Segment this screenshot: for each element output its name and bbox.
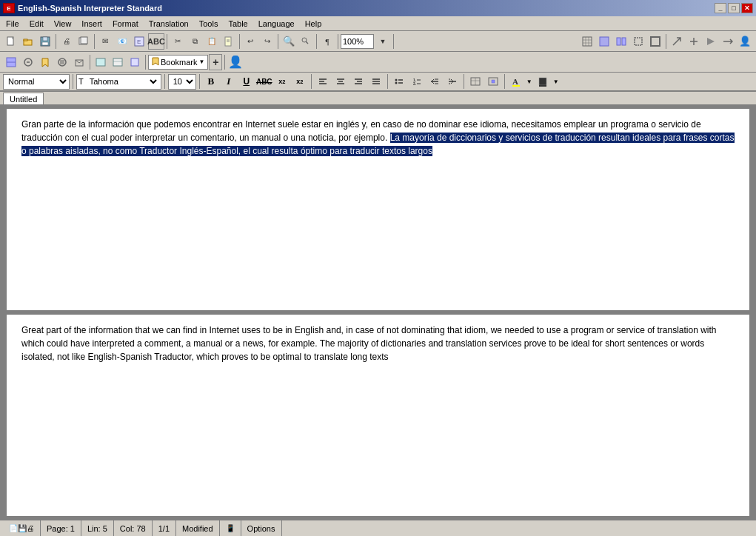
align-center-button[interactable] bbox=[332, 74, 349, 90]
undo-button[interactable]: ↩ bbox=[242, 33, 258, 50]
minimize-button[interactable]: _ bbox=[715, 3, 726, 13]
new-button[interactable] bbox=[3, 33, 19, 50]
justify-button[interactable] bbox=[368, 74, 384, 90]
size-select[interactable]: 10 bbox=[168, 74, 196, 90]
icon1[interactable] bbox=[669, 33, 685, 50]
font-select[interactable]: Tahoma bbox=[85, 74, 159, 90]
spell-button[interactable]: ABC bbox=[148, 33, 164, 50]
subscript-button[interactable]: x2 bbox=[274, 74, 290, 90]
menu-tools[interactable]: Tools bbox=[195, 18, 223, 30]
superscript-button[interactable]: x2 bbox=[292, 74, 308, 90]
find-button[interactable]: 🔍 bbox=[281, 33, 297, 50]
tb2-btn2[interactable] bbox=[20, 54, 36, 70]
status-icons: 📄 💾 🖨 bbox=[3, 520, 41, 536]
menu-format[interactable]: Format bbox=[108, 18, 143, 30]
strikethrough-button[interactable]: ABC bbox=[256, 74, 272, 90]
menu-insert[interactable]: Insert bbox=[77, 18, 107, 30]
bold-button[interactable]: B bbox=[203, 74, 219, 90]
menu-help[interactable]: Help bbox=[301, 18, 327, 30]
svg-rect-68 bbox=[492, 80, 495, 83]
save-button[interactable] bbox=[37, 33, 53, 50]
menu-view[interactable]: View bbox=[50, 18, 76, 30]
table-button[interactable] bbox=[579, 33, 595, 50]
table2-button[interactable] bbox=[596, 33, 612, 50]
bookmark-dropdown[interactable]: Bookmark ▼ bbox=[148, 55, 208, 70]
source-document-panel: Gran parte de la información que podemos… bbox=[6, 108, 750, 311]
maximize-button[interactable]: □ bbox=[728, 3, 740, 13]
tb2-btn3[interactable] bbox=[37, 54, 53, 70]
translation-document-content[interactable]: Great part of the information that we ca… bbox=[7, 315, 749, 372]
status-modified: Modified bbox=[176, 520, 220, 536]
find-replace-button[interactable] bbox=[298, 33, 314, 50]
icon5[interactable]: 👤 bbox=[737, 33, 753, 50]
status-options[interactable]: Options bbox=[241, 520, 282, 536]
fmt-sep3 bbox=[199, 74, 200, 89]
bookmark-add[interactable]: + bbox=[209, 54, 222, 70]
separator3 bbox=[167, 34, 167, 49]
copy-button[interactable]: ⧉ bbox=[187, 33, 203, 50]
zoom-dropdown[interactable]: ▼ bbox=[375, 33, 391, 50]
svg-rect-15 bbox=[583, 37, 592, 46]
menu-file[interactable]: File bbox=[1, 18, 24, 30]
indent-button[interactable] bbox=[444, 74, 461, 90]
cut-button[interactable]: ✂ bbox=[170, 33, 186, 50]
show-nonprint[interactable]: ¶ bbox=[319, 33, 335, 50]
user-icon[interactable]: 👤 bbox=[227, 54, 244, 70]
icon3[interactable] bbox=[703, 33, 719, 50]
tb2-btn5[interactable] bbox=[71, 54, 87, 70]
source-document-content[interactable]: Gran parte de la información que podemos… bbox=[7, 109, 749, 167]
ordered-list-button[interactable]: 1.2. bbox=[409, 74, 425, 90]
menu-bar: File Edit View Insert Format Translation… bbox=[0, 16, 756, 31]
tab-bar: Untitled bbox=[0, 92, 756, 105]
separator-bm2 bbox=[145, 55, 146, 70]
export-button[interactable]: E bbox=[131, 33, 147, 50]
outdent-button[interactable] bbox=[426, 74, 443, 90]
border-style-button[interactable] bbox=[485, 74, 501, 90]
tb2-btn6[interactable] bbox=[93, 54, 109, 70]
unordered-list-button[interactable] bbox=[391, 74, 407, 90]
open-button[interactable] bbox=[20, 33, 36, 50]
insert-table-button[interactable] bbox=[467, 74, 484, 90]
svg-point-52 bbox=[395, 82, 397, 84]
zoom-input[interactable]: 100% bbox=[341, 34, 374, 49]
svg-rect-37 bbox=[131, 58, 138, 66]
status-fraction: 1/1 bbox=[153, 520, 176, 536]
tb2-btn8[interactable] bbox=[127, 54, 143, 70]
preview-button[interactable] bbox=[76, 33, 92, 50]
bg-color-dropdown[interactable]: ▼ bbox=[552, 74, 560, 90]
tb2-btn1[interactable] bbox=[3, 54, 19, 70]
email-button[interactable]: ✉ bbox=[97, 33, 113, 50]
menu-edit[interactable]: Edit bbox=[25, 18, 48, 30]
align-left-button[interactable] bbox=[315, 74, 331, 90]
menu-language[interactable]: Language bbox=[254, 18, 299, 30]
frame-button[interactable] bbox=[630, 33, 646, 50]
app-title: English-Spanish Interpreter Standard bbox=[18, 4, 162, 13]
italic-button[interactable]: I bbox=[221, 74, 237, 90]
border-button[interactable] bbox=[647, 33, 663, 50]
app-icon: E bbox=[3, 3, 15, 13]
status-icon2: 💾 bbox=[18, 524, 27, 532]
close-button[interactable]: ✕ bbox=[741, 3, 753, 13]
menu-translation[interactable]: Translation bbox=[144, 18, 193, 30]
paste-special-button[interactable] bbox=[221, 33, 237, 50]
print-button[interactable]: 🖨 bbox=[58, 33, 75, 50]
svg-text:2.: 2. bbox=[413, 81, 417, 86]
document-tab[interactable]: Untitled bbox=[3, 93, 44, 104]
redo-button[interactable]: ↪ bbox=[259, 33, 275, 50]
menu-table[interactable]: Table bbox=[224, 18, 252, 30]
paste-button[interactable]: 📋 bbox=[204, 33, 220, 50]
icon4[interactable] bbox=[720, 33, 736, 50]
svg-rect-2 bbox=[24, 39, 27, 41]
align-right-button[interactable] bbox=[350, 74, 367, 90]
font-color-dropdown[interactable]: ▼ bbox=[526, 74, 533, 90]
col-button[interactable] bbox=[613, 33, 629, 50]
bg-color-button[interactable] bbox=[535, 74, 551, 90]
tb2-btn7[interactable] bbox=[110, 54, 126, 70]
style-select[interactable]: Normal bbox=[3, 74, 70, 90]
font-color-button[interactable]: A bbox=[508, 74, 524, 90]
fmt-sep5 bbox=[387, 74, 388, 89]
underline-button[interactable]: U bbox=[238, 74, 255, 90]
icon2[interactable] bbox=[686, 33, 702, 50]
email2-button[interactable]: 📧 bbox=[114, 33, 130, 50]
tb2-btn4[interactable] bbox=[54, 54, 70, 70]
